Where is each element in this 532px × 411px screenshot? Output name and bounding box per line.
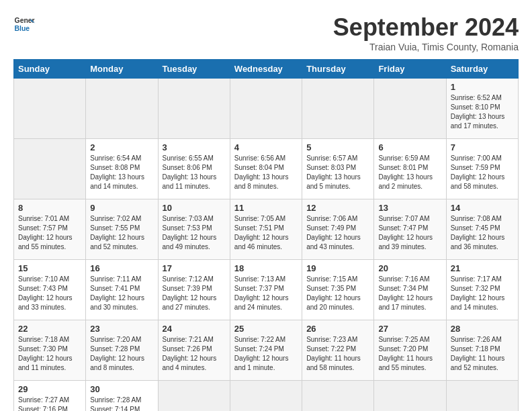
calendar-cell: 12Sunrise: 7:06 AMSunset: 7:49 PMDayligh… xyxy=(302,199,374,260)
cell-sun-info: Sunrise: 7:15 AMSunset: 7:35 PMDaylight:… xyxy=(306,275,369,312)
calendar-cell xyxy=(374,381,446,412)
calendar-cell: 11Sunrise: 7:05 AMSunset: 7:51 PMDayligh… xyxy=(230,199,302,260)
svg-text:Blue: Blue xyxy=(15,25,30,32)
calendar-cell: 30Sunrise: 7:28 AMSunset: 7:14 PMDayligh… xyxy=(86,381,158,412)
header-day-thursday: Thursday xyxy=(302,60,374,79)
calendar-week-row: 8Sunrise: 7:01 AMSunset: 7:57 PMDaylight… xyxy=(14,199,519,260)
calendar-cell: 13Sunrise: 7:07 AMSunset: 7:47 PMDayligh… xyxy=(374,199,446,260)
calendar-cell: 27Sunrise: 7:25 AMSunset: 7:20 PMDayligh… xyxy=(374,320,446,381)
cell-sun-info: Sunrise: 7:11 AMSunset: 7:41 PMDaylight:… xyxy=(90,275,153,312)
cell-sun-info: Sunrise: 7:27 AMSunset: 7:16 PMDaylight:… xyxy=(18,396,81,411)
header-day-saturday: Saturday xyxy=(446,60,518,79)
calendar-cell: 2Sunrise: 6:54 AMSunset: 8:08 PMDaylight… xyxy=(86,139,158,199)
calendar-cell: 15Sunrise: 7:10 AMSunset: 7:43 PMDayligh… xyxy=(14,260,86,320)
calendar-header-row: SundayMondayTuesdayWednesdayThursdayFrid… xyxy=(14,60,519,79)
cell-sun-info: Sunrise: 7:05 AMSunset: 7:51 PMDaylight:… xyxy=(234,214,298,252)
day-number: 16 xyxy=(90,263,153,273)
calendar-cell: 1Sunrise: 6:52 AMSunset: 8:10 PMDaylight… xyxy=(446,79,518,139)
calendar-cell: 5Sunrise: 6:57 AMSunset: 8:03 PMDaylight… xyxy=(302,139,374,199)
calendar-cell: 25Sunrise: 7:22 AMSunset: 7:24 PMDayligh… xyxy=(230,320,302,381)
calendar-week-row: 15Sunrise: 7:10 AMSunset: 7:43 PMDayligh… xyxy=(14,260,519,320)
day-number: 18 xyxy=(234,263,298,273)
cell-sun-info: Sunrise: 7:25 AMSunset: 7:20 PMDaylight:… xyxy=(378,335,441,373)
calendar-cell: 24Sunrise: 7:21 AMSunset: 7:26 PMDayligh… xyxy=(158,320,230,381)
calendar-cell: 21Sunrise: 7:17 AMSunset: 7:32 PMDayligh… xyxy=(446,260,518,320)
day-number: 5 xyxy=(306,142,369,152)
day-number: 2 xyxy=(90,142,153,152)
cell-sun-info: Sunrise: 7:02 AMSunset: 7:55 PMDaylight:… xyxy=(90,214,153,252)
cell-sun-info: Sunrise: 7:21 AMSunset: 7:26 PMDaylight:… xyxy=(163,335,226,373)
day-number: 12 xyxy=(306,203,369,213)
calendar-cell: 19Sunrise: 7:15 AMSunset: 7:35 PMDayligh… xyxy=(302,260,374,320)
day-number: 17 xyxy=(163,263,226,273)
calendar-cell: 23Sunrise: 7:20 AMSunset: 7:28 PMDayligh… xyxy=(86,320,158,381)
day-number: 30 xyxy=(90,384,153,394)
cell-sun-info: Sunrise: 7:12 AMSunset: 7:39 PMDaylight:… xyxy=(163,275,226,312)
page-header: General Blue September 2024 Traian Vuia,… xyxy=(13,13,519,52)
cell-sun-info: Sunrise: 6:55 AMSunset: 8:06 PMDaylight:… xyxy=(163,154,226,191)
day-number: 11 xyxy=(234,203,298,213)
calendar-cell: 7Sunrise: 7:00 AMSunset: 7:59 PMDaylight… xyxy=(446,139,518,199)
calendar-cell: 18Sunrise: 7:13 AMSunset: 7:37 PMDayligh… xyxy=(230,260,302,320)
calendar-cell xyxy=(446,381,518,412)
day-number: 6 xyxy=(378,142,441,152)
day-number: 10 xyxy=(163,203,226,213)
calendar-week-row: 1Sunrise: 6:52 AMSunset: 8:10 PMDaylight… xyxy=(14,79,519,139)
cell-sun-info: Sunrise: 6:54 AMSunset: 8:08 PMDaylight:… xyxy=(90,154,153,191)
day-number: 7 xyxy=(451,142,514,152)
calendar-body: 1Sunrise: 6:52 AMSunset: 8:10 PMDaylight… xyxy=(14,79,519,412)
calendar-cell: 9Sunrise: 7:02 AMSunset: 7:55 PMDaylight… xyxy=(86,199,158,260)
cell-sun-info: Sunrise: 7:06 AMSunset: 7:49 PMDaylight:… xyxy=(306,214,369,252)
day-number: 3 xyxy=(163,142,226,152)
header-day-friday: Friday xyxy=(374,60,446,79)
title-block: September 2024 Traian Vuia, Timis County… xyxy=(333,13,519,52)
calendar-cell-empty xyxy=(158,79,230,139)
calendar-cell-empty xyxy=(374,79,446,139)
calendar-cell-empty xyxy=(302,79,374,139)
calendar-cell: 14Sunrise: 7:08 AMSunset: 7:45 PMDayligh… xyxy=(446,199,518,260)
calendar-week-row: 2Sunrise: 6:54 AMSunset: 8:08 PMDaylight… xyxy=(14,139,519,199)
cell-sun-info: Sunrise: 7:23 AMSunset: 7:22 PMDaylight:… xyxy=(306,335,369,373)
calendar-cell: 22Sunrise: 7:18 AMSunset: 7:30 PMDayligh… xyxy=(14,320,86,381)
calendar-cell: 6Sunrise: 6:59 AMSunset: 8:01 PMDaylight… xyxy=(374,139,446,199)
day-number: 26 xyxy=(306,324,369,334)
calendar-cell: 26Sunrise: 7:23 AMSunset: 7:22 PMDayligh… xyxy=(302,320,374,381)
calendar-cell: 16Sunrise: 7:11 AMSunset: 7:41 PMDayligh… xyxy=(86,260,158,320)
cell-sun-info: Sunrise: 7:17 AMSunset: 7:32 PMDaylight:… xyxy=(451,275,514,312)
day-number: 14 xyxy=(451,203,514,213)
month-title: September 2024 xyxy=(333,13,519,42)
location-title: Traian Vuia, Timis County, Romania xyxy=(333,42,519,52)
cell-sun-info: Sunrise: 7:08 AMSunset: 7:45 PMDaylight:… xyxy=(451,214,514,252)
calendar-cell: 4Sunrise: 6:56 AMSunset: 8:04 PMDaylight… xyxy=(230,139,302,199)
cell-sun-info: Sunrise: 7:26 AMSunset: 7:18 PMDaylight:… xyxy=(451,335,514,373)
calendar-cell: 10Sunrise: 7:03 AMSunset: 7:53 PMDayligh… xyxy=(158,199,230,260)
logo-icon: General Blue xyxy=(13,13,35,35)
cell-sun-info: Sunrise: 7:01 AMSunset: 7:57 PMDaylight:… xyxy=(18,214,81,252)
day-number: 20 xyxy=(378,263,441,273)
calendar-week-row: 22Sunrise: 7:18 AMSunset: 7:30 PMDayligh… xyxy=(14,320,519,381)
day-number: 24 xyxy=(163,324,226,334)
day-number: 27 xyxy=(378,324,441,334)
calendar-cell: 8Sunrise: 7:01 AMSunset: 7:57 PMDaylight… xyxy=(14,199,86,260)
calendar-cell xyxy=(158,381,230,412)
calendar-cell: 17Sunrise: 7:12 AMSunset: 7:39 PMDayligh… xyxy=(158,260,230,320)
calendar-cell-empty xyxy=(14,139,86,199)
calendar-cell-empty xyxy=(230,79,302,139)
day-number: 25 xyxy=(234,324,298,334)
day-number: 29 xyxy=(18,384,81,394)
cell-sun-info: Sunrise: 7:07 AMSunset: 7:47 PMDaylight:… xyxy=(378,214,441,252)
header-day-sunday: Sunday xyxy=(14,60,86,79)
calendar-cell xyxy=(302,381,374,412)
day-number: 9 xyxy=(90,203,153,213)
calendar-cell: 29Sunrise: 7:27 AMSunset: 7:16 PMDayligh… xyxy=(14,381,86,412)
cell-sun-info: Sunrise: 7:00 AMSunset: 7:59 PMDaylight:… xyxy=(451,154,514,191)
day-number: 28 xyxy=(451,324,514,334)
cell-sun-info: Sunrise: 6:52 AMSunset: 8:10 PMDaylight:… xyxy=(451,93,514,131)
calendar-cell: 28Sunrise: 7:26 AMSunset: 7:18 PMDayligh… xyxy=(446,320,518,381)
header-day-wednesday: Wednesday xyxy=(230,60,302,79)
cell-sun-info: Sunrise: 7:10 AMSunset: 7:43 PMDaylight:… xyxy=(18,275,81,312)
day-number: 15 xyxy=(18,263,81,273)
header-day-monday: Monday xyxy=(86,60,158,79)
day-number: 1 xyxy=(451,82,514,92)
cell-sun-info: Sunrise: 7:13 AMSunset: 7:37 PMDaylight:… xyxy=(234,275,298,312)
